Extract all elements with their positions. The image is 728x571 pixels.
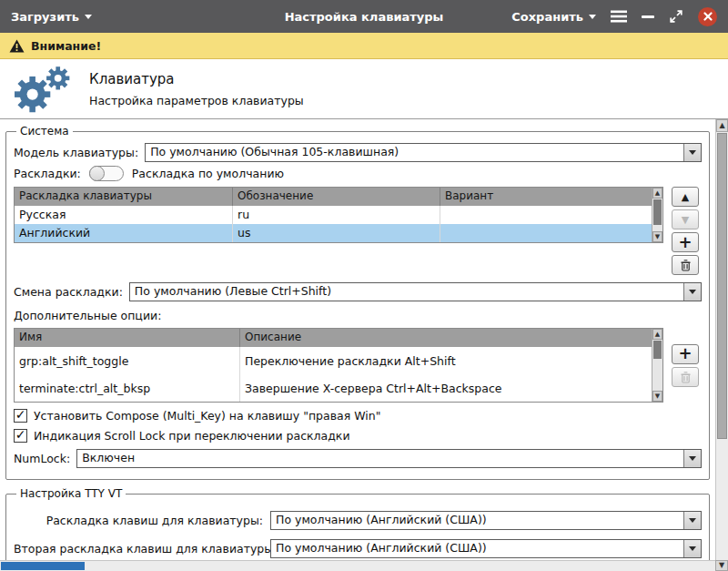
titlebar-actions: Сохранить [511,7,717,26]
layout-switch-select[interactable]: По умолчанию (Левые Ctrl+Shift) [129,282,702,301]
layout-switch-row: Смена раскладки: По умолчанию (Левые Ctr… [14,282,702,301]
scroll-down-icon[interactable]: ▼ [715,560,728,571]
layout-code-cell: ru [233,206,440,224]
default-layout-toggle[interactable] [89,166,124,181]
chevron-down-icon [689,546,696,551]
expand-button[interactable] [669,9,683,24]
keyboard-model-select[interactable]: По умолчанию (Обычная 105-клавишная) [145,143,702,162]
tty-second-layout-value: По умолчанию (Английский (США)) [271,540,683,557]
column-header: Раскладка клавиатуры [15,188,233,206]
trash-icon [680,259,692,271]
titlebar: Загрузить Настройка клавиатуры Сохранить [0,0,728,33]
layouts-table-body: Раскладка клавиатуры Обозначение Вариант… [15,188,652,242]
options-table-buttons: + [669,344,702,387]
scroll-up-icon[interactable]: ▲ [652,188,662,199]
scroll-up-icon[interactable]: ▲ [716,119,728,132]
column-header: Описание [240,329,652,347]
tty-second-layout-label: Вторая раскладка клавиш для клавиатуры: [14,542,263,556]
option-name-cell: grp:alt_shift_toggle [15,347,240,374]
combo-dropdown-button[interactable] [683,540,701,557]
combo-dropdown-button[interactable] [683,144,701,161]
column-header: Обозначение [233,188,440,206]
combo-dropdown-button[interactable] [683,283,701,301]
page-titles: Клавиатура Настройка параметров клавиату… [89,71,304,107]
numlock-select[interactable]: Включен [76,449,702,468]
expand-icon [669,9,683,24]
system-group-legend: Система [16,125,73,138]
scrolllock-checkbox-row[interactable]: ✓ Индикация Scroll Lock при переключении… [14,429,702,443]
compose-checkbox-label: Установить Compose (Multi_Key) на клавиш… [34,409,380,423]
table-row-selected[interactable]: Английский us [15,224,652,242]
scrollbar-thumb[interactable] [1,562,85,570]
page-title: Клавиатура [89,71,304,87]
warning-bar: Внимание! [0,33,728,59]
tty-layout-label: Раскладка клавиш для клавиатуры: [14,514,263,527]
move-up-button[interactable]: ▲ [672,187,699,207]
layouts-table-block: Раскладка клавиатуры Обозначение Вариант… [14,187,702,275]
compose-checkbox-row[interactable]: ✓ Установить Compose (Multi_Key) на клав… [14,409,702,423]
tty-layout-row: Раскладка клавиш для клавиатуры: По умол… [14,511,702,530]
table-row[interactable]: terminate:ctrl_alt_bksp Завершение X-сер… [15,374,652,402]
layout-code-cell: us [233,224,440,242]
layout-name-cell: Английский [15,224,233,242]
extra-options-label: Дополнительные опции: [14,309,702,322]
tty-layout-select[interactable]: По умолчанию (Английский (США)) [270,511,702,530]
check-icon: ✓ [15,408,26,421]
layouts-table-header: Раскладка клавиатуры Обозначение Вариант [15,188,652,206]
move-down-button[interactable]: ▼ [672,209,699,229]
scrollbar-thumb[interactable] [717,133,727,439]
layout-variant-cell [440,224,652,242]
tty-second-layout-row: Вторая раскладка клавиш для клавиатуры: … [14,539,702,558]
layouts-table-buttons: ▲ ▼ + [669,187,702,275]
scrollbar-thumb[interactable] [653,199,662,225]
delete-layout-button[interactable] [672,255,699,275]
add-option-button[interactable]: + [672,344,699,364]
numlock-row: NumLock: Включен [14,449,702,468]
add-layout-button[interactable]: + [672,232,699,252]
save-menu-button[interactable]: Сохранить [511,10,596,24]
option-desc-cell: Переключение раскладки Alt+Shift [240,347,652,374]
default-layout-toggle-label: Раскладка по умолчанию [132,167,284,180]
chevron-down-icon [589,15,596,19]
scroll-down-icon[interactable]: ▼ [652,231,662,242]
scrollbar-track [716,440,728,560]
system-group: Система Модель клавиатуры: По умолчанию … [5,125,710,480]
page-header: Клавиатура Настройка параметров клавиату… [0,59,728,119]
hamburger-menu-button[interactable] [611,10,627,23]
keyboard-model-row: Модель клавиатуры: По умолчанию (Обычная… [14,143,702,162]
layout-switch-value: По умолчанию (Левые Ctrl+Shift) [130,283,683,301]
check-icon: ✓ [15,428,26,441]
settings-content: Система Модель клавиатуры: По умолчанию … [0,119,715,560]
delete-option-button[interactable] [672,367,699,387]
column-header: Имя [15,329,240,347]
tty-group: Настройка TTY VT Раскладка клавиш для кл… [5,487,710,560]
options-table-body: Имя Описание grp:alt_shift_toggle Перекл… [15,329,652,402]
close-button[interactable] [698,7,717,26]
scrolllock-checkbox[interactable]: ✓ [14,429,27,443]
load-menu-button[interactable]: Загрузить [11,10,92,24]
scroll-up-icon[interactable]: ▲ [652,329,662,340]
combo-dropdown-button[interactable] [683,450,701,467]
scroll-down-icon[interactable]: ▼ [652,391,662,402]
combo-dropdown-button[interactable] [683,512,701,529]
options-table-scrollbar[interactable]: ▲ ▼ [652,329,662,402]
chevron-down-icon [689,456,696,461]
table-row[interactable]: Русская ru [15,206,652,224]
chevron-down-icon [689,518,696,523]
load-menu-label: Загрузить [11,10,79,24]
main-area: Система Модель клавиатуры: По умолчанию … [0,119,728,560]
warning-icon [9,39,25,53]
vertical-scrollbar[interactable]: ▲ [715,119,728,560]
layouts-table-scrollbar[interactable]: ▲ ▼ [652,188,662,242]
column-header: Вариант [440,188,652,206]
horizontal-scrollbar[interactable] [0,560,715,571]
compose-checkbox[interactable]: ✓ [14,409,27,423]
layouts-label: Раскладки: [14,167,81,180]
keyboard-settings-gears-icon [9,63,73,116]
minimize-button[interactable] [642,15,654,18]
tty-second-layout-select[interactable]: По умолчанию (Английский (США)) [270,539,702,558]
table-row[interactable]: grp:alt_shift_toggle Переключение раскла… [15,347,652,374]
option-desc-cell: Завершение X-сервера Ctrl+Alt+Backspace [240,374,652,402]
layouts-table: Раскладка клавиатуры Обозначение Вариант… [14,187,663,243]
scrollbar-thumb[interactable] [653,341,662,359]
